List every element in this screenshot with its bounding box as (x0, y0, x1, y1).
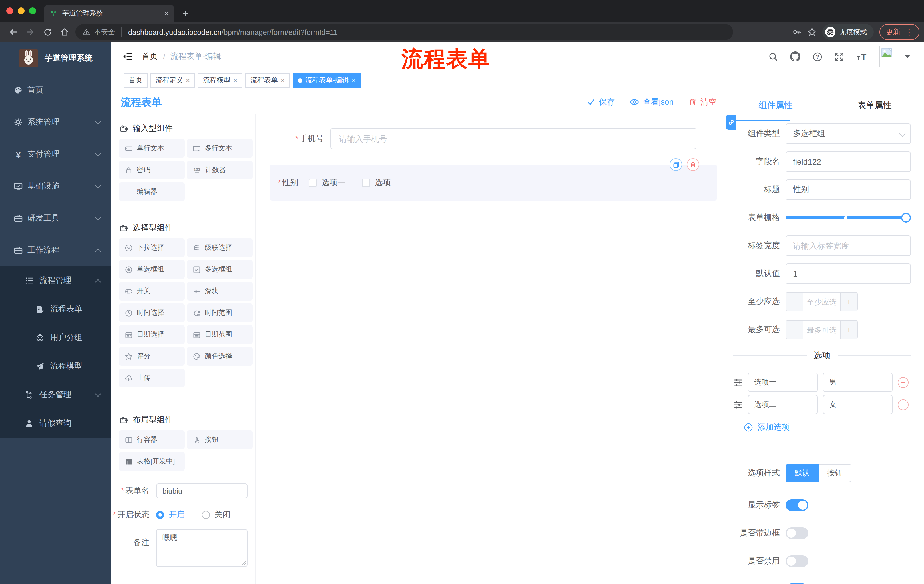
radio-on[interactable] (156, 511, 164, 519)
checkbox-icon[interactable] (309, 179, 317, 187)
remove-option-button[interactable]: − (898, 377, 909, 388)
palette-item-switch[interactable]: 开关 (119, 282, 185, 301)
drag-handle-icon[interactable] (733, 377, 743, 387)
sidebar-item-leave-query[interactable]: 请假查询 (0, 409, 112, 438)
incognito-badge[interactable]: 无痕模式 (822, 24, 874, 40)
save-button[interactable]: 保存 (587, 97, 615, 107)
copy-widget-button[interactable] (670, 158, 682, 171)
phone-field-row[interactable]: *手机号 (256, 128, 717, 149)
back-icon[interactable] (5, 24, 22, 40)
sidebar-item-system[interactable]: 系统管理 (0, 106, 112, 138)
slider-handle[interactable] (901, 213, 911, 222)
palette-item-radio-group[interactable]: 单选框组 (119, 260, 185, 279)
resize-grip-icon[interactable] (241, 561, 246, 566)
option-1-label-input[interactable] (748, 373, 818, 392)
view-json-button[interactable]: 查看json (630, 97, 673, 107)
delete-widget-button[interactable] (687, 158, 699, 171)
avatar-menu[interactable] (879, 46, 910, 67)
palette-item-select[interactable]: 下拉选择 (119, 238, 185, 257)
tag-process-model[interactable]: 流程模型× (198, 73, 243, 88)
add-option-button[interactable]: 添加选项 (744, 422, 911, 433)
palette-item-checkbox-group[interactable]: 多选框组 (187, 260, 253, 279)
default-value-input[interactable] (785, 263, 911, 284)
tab-form-props[interactable]: 表单属性 (825, 90, 924, 120)
github-icon[interactable] (790, 51, 800, 62)
new-tab-button[interactable]: + (182, 8, 189, 19)
minimize-window-button[interactable] (18, 7, 25, 14)
tag-process-form[interactable]: 流程表单× (245, 73, 290, 88)
tab-close-icon[interactable]: × (164, 9, 169, 17)
sidebar-collapse-icon[interactable] (122, 51, 133, 62)
password-key-icon[interactable] (792, 28, 802, 36)
form-remark-textarea[interactable]: 嘿嘿 (156, 529, 248, 567)
close-icon[interactable]: × (233, 77, 237, 84)
field-name-input[interactable] (785, 151, 911, 172)
palette-item-single-line-text[interactable]: 单行文本 (119, 139, 185, 158)
tag-process-definition[interactable]: 流程定义× (150, 73, 195, 88)
checkbox-icon[interactable] (362, 179, 370, 187)
address-bar[interactable]: 不安全 dashboard.yudao.iocoder.cn/bpm/manag… (76, 24, 733, 40)
show-label-toggle[interactable] (785, 499, 808, 511)
palette-item-button[interactable]: 按钮 (187, 430, 253, 449)
remove-option-button[interactable]: − (898, 399, 909, 410)
forward-icon[interactable] (22, 24, 39, 40)
option-1-value-input[interactable] (823, 373, 893, 392)
palette-item-upload[interactable]: 上传 (119, 368, 185, 387)
decrease-button[interactable]: − (786, 293, 804, 311)
checkbox-option-2[interactable]: 选项二 (362, 178, 399, 188)
clear-button[interactable]: 清空 (688, 97, 716, 107)
close-icon[interactable]: × (186, 77, 190, 84)
radio-off[interactable] (202, 511, 210, 519)
palette-item-time-range[interactable]: 时间范围 (187, 303, 253, 322)
option-2-value-input[interactable] (823, 395, 893, 414)
sidebar-item-process-model[interactable]: 流程模型 (0, 352, 112, 380)
help-icon[interactable] (812, 52, 822, 61)
palette-item-cascader[interactable]: 级联选择 (187, 238, 253, 257)
palette-item-multi-line-text[interactable]: 多行文本 (187, 139, 253, 158)
sidebar-item-devtools[interactable]: 研发工具 (0, 202, 112, 234)
palette-item-editor[interactable]: 编辑器 (119, 182, 185, 201)
sidebar-item-workflow[interactable]: 工作流程 (0, 234, 112, 266)
reload-icon[interactable] (39, 24, 56, 40)
style-default-button[interactable]: 默认 (785, 464, 819, 482)
bookmark-star-icon[interactable] (807, 28, 817, 36)
palette-item-time-picker[interactable]: 时间选择 (119, 303, 185, 322)
style-button-button[interactable]: 按钮 (819, 464, 851, 482)
link-drawer-handle[interactable] (726, 115, 736, 130)
checkbox-option-1[interactable]: 选项一 (309, 178, 346, 188)
palette-item-row-container[interactable]: 行容器 (119, 430, 185, 449)
option-2-label-input[interactable] (748, 395, 818, 414)
bordered-toggle[interactable] (785, 527, 808, 539)
decrease-button[interactable]: − (786, 321, 804, 339)
sidebar-item-home[interactable]: 首页 (0, 74, 112, 106)
phone-input[interactable] (330, 128, 696, 149)
increase-button[interactable]: + (840, 321, 857, 339)
close-icon[interactable]: × (281, 77, 285, 84)
min-select-input[interactable] (804, 293, 840, 311)
palette-item-password[interactable]: 密码 (119, 161, 185, 179)
palette-item-date-range[interactable]: 日期范围 (187, 325, 253, 344)
tag-process-form-edit[interactable]: 流程表单-编辑× (293, 73, 361, 88)
disabled-toggle[interactable] (785, 555, 808, 567)
palette-item-date-picker[interactable]: 日期选择 (119, 325, 185, 344)
maximize-window-button[interactable] (29, 7, 36, 14)
sidebar-item-user-group[interactable]: 用户分组 (0, 323, 112, 352)
label-width-input[interactable] (785, 235, 911, 256)
component-type-value[interactable] (785, 123, 911, 144)
close-window-button[interactable] (6, 7, 13, 14)
tab-component-props[interactable]: 组件属性 (726, 90, 825, 120)
close-icon[interactable]: × (351, 77, 356, 84)
search-icon[interactable] (769, 52, 778, 61)
logo[interactable]: 芋道管理系统 (0, 42, 112, 74)
sidebar-item-process-management[interactable]: 流程管理 (0, 266, 112, 295)
palette-item-table[interactable]: 表格[开发中] (119, 452, 185, 471)
form-name-input[interactable] (156, 484, 248, 498)
font-size-icon[interactable] (856, 52, 867, 61)
title-input[interactable] (785, 179, 911, 200)
home-icon[interactable] (56, 24, 73, 40)
tag-home[interactable]: 首页 (124, 73, 147, 88)
menu-kebab-icon[interactable]: ⋮ (905, 28, 913, 36)
component-type-select[interactable] (785, 123, 911, 144)
palette-item-rate[interactable]: 评分 (119, 347, 185, 366)
browser-tab[interactable]: 芋道管理系统 × (44, 5, 174, 22)
